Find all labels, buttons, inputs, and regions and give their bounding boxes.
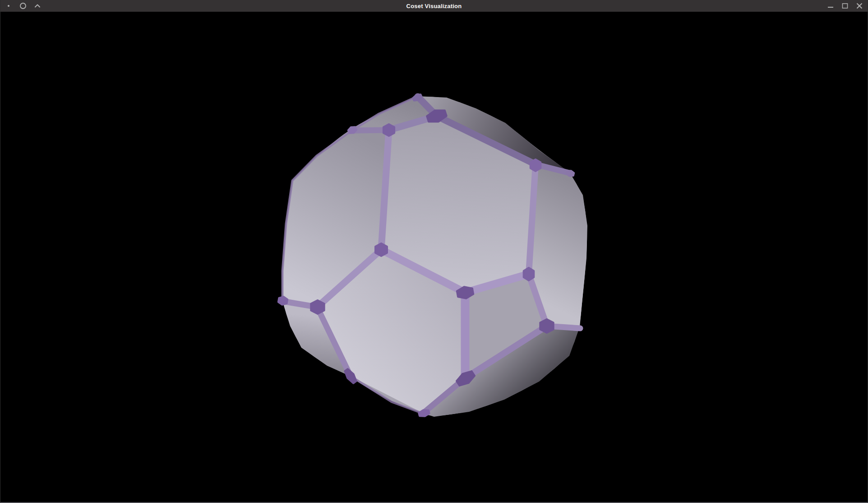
polytope-vertex: [540, 319, 553, 333]
window-title: Coset Visualization: [0, 0, 868, 12]
titlebar-buttons: [826, 1, 868, 10]
polytope-vertex: [419, 410, 429, 416]
polytope-vertex: [383, 124, 394, 136]
polytope-vertex: [567, 171, 574, 176]
titlebar[interactable]: Coset Visualization: [0, 0, 868, 12]
dot-icon[interactable]: [5, 1, 13, 10]
polytope-vertex: [524, 268, 534, 280]
circle-icon[interactable]: [19, 1, 27, 10]
polytope-vertex: [311, 300, 324, 314]
polytope-vertex: [375, 243, 387, 256]
chevron-up-icon[interactable]: [33, 1, 42, 10]
polytope-vertex: [531, 159, 541, 171]
titlebar-left-icons: [0, 1, 42, 10]
maximize-button[interactable]: [841, 1, 849, 10]
polytope-vertex: [278, 297, 287, 305]
polytope-vertex: [348, 127, 357, 133]
render-canvas[interactable]: [0, 0, 868, 503]
close-button[interactable]: [855, 1, 863, 10]
app-window: Coset Visualization: [0, 0, 868, 503]
minimize-button[interactable]: [826, 1, 835, 10]
